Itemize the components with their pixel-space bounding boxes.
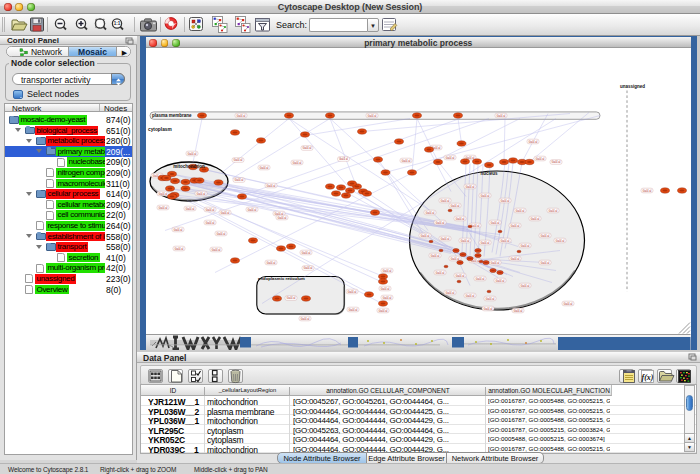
svg-text:Gal4 al: Gal4 al xyxy=(278,216,287,220)
svg-text:Gal4 al: Gal4 al xyxy=(521,244,530,248)
svg-text:Gal4 al: Gal4 al xyxy=(159,192,168,196)
svg-text:Gal4 al: Gal4 al xyxy=(511,257,520,261)
svg-text:Gal4 al: Gal4 al xyxy=(451,204,460,208)
svg-text:plasma membrane: plasma membrane xyxy=(152,113,192,118)
svg-text:f(x): f(x) xyxy=(642,373,654,382)
svg-text:Gal4 al: Gal4 al xyxy=(237,114,246,118)
svg-text:Gal4 al: Gal4 al xyxy=(446,291,455,295)
svg-text:Gal4 al: Gal4 al xyxy=(348,290,357,294)
svg-text:Gal4 al: Gal4 al xyxy=(206,208,215,212)
svg-text:Gal4 al: Gal4 al xyxy=(491,221,500,225)
svg-text:Gal4 al: Gal4 al xyxy=(426,211,435,215)
svg-text:Gal4 al: Gal4 al xyxy=(484,307,493,311)
svg-text:Gal4 al: Gal4 al xyxy=(501,199,510,203)
svg-text:Gal4 al: Gal4 al xyxy=(267,261,276,265)
svg-text:Gal4 al: Gal4 al xyxy=(235,178,244,182)
svg-text:Gal4 al: Gal4 al xyxy=(456,274,465,278)
svg-text:Gal4 al: Gal4 al xyxy=(302,251,311,255)
svg-text:Gal4 al: Gal4 al xyxy=(446,156,455,160)
svg-text:Gal4 al: Gal4 al xyxy=(197,192,206,196)
svg-text:Gal4 al: Gal4 al xyxy=(431,254,440,258)
svg-text:endoplasmic reticulum: endoplasmic reticulum xyxy=(258,276,305,281)
svg-text:mitochondrion: mitochondrion xyxy=(173,164,205,169)
svg-text:Gal4 al: Gal4 al xyxy=(267,184,276,188)
svg-text:Gal4 al: Gal4 al xyxy=(402,159,411,163)
svg-text:Gal4 al: Gal4 al xyxy=(536,157,545,161)
svg-text:Gal4 al: Gal4 al xyxy=(339,157,348,161)
svg-text:Gal4 al: Gal4 al xyxy=(383,269,392,273)
svg-text:Gal4 al: Gal4 al xyxy=(461,239,470,243)
svg-text:Gal4 al: Gal4 al xyxy=(234,158,243,162)
svg-text:Gal4 al: Gal4 al xyxy=(486,297,495,301)
svg-text:Gal4 al: Gal4 al xyxy=(481,194,490,198)
svg-text:Gal4 al: Gal4 al xyxy=(175,247,184,251)
svg-text:Gal4 al: Gal4 al xyxy=(564,302,573,306)
svg-text:Gal4 al: Gal4 al xyxy=(556,239,565,243)
svg-text:Gal4 al: Gal4 al xyxy=(466,185,475,189)
svg-text:Gal4 al: Gal4 al xyxy=(516,209,525,213)
svg-text:Gal4 al: Gal4 al xyxy=(451,257,460,261)
svg-text:Gal4 al: Gal4 al xyxy=(521,284,530,288)
svg-text:Gal4 al: Gal4 al xyxy=(481,241,490,245)
svg-text:Gal4 al: Gal4 al xyxy=(159,206,168,210)
svg-text:Gal4 al: Gal4 al xyxy=(541,261,550,265)
svg-text:Gal4 al: Gal4 al xyxy=(496,279,505,283)
svg-text:Gal4 al: Gal4 al xyxy=(212,248,221,252)
svg-text:Gal4 al: Gal4 al xyxy=(436,271,445,275)
svg-text:Gal4 al: Gal4 al xyxy=(381,287,390,291)
svg-text:cytoplasm: cytoplasm xyxy=(148,127,172,132)
svg-text:Gal4 al: Gal4 al xyxy=(531,217,540,221)
svg-text:Gal4 al: Gal4 al xyxy=(529,140,538,144)
svg-text:Gal4 al: Gal4 al xyxy=(368,114,377,118)
svg-text:Gal4 al: Gal4 al xyxy=(491,261,500,265)
svg-text:Gal4 al: Gal4 al xyxy=(383,296,392,300)
svg-text:Gal4 al: Gal4 al xyxy=(497,114,506,118)
svg-text:Gal4 al: Gal4 al xyxy=(541,234,550,238)
svg-text:Gal4 al: Gal4 al xyxy=(349,308,358,312)
svg-text:Gal4 al: Gal4 al xyxy=(293,161,302,165)
svg-text:Gal4 al: Gal4 al xyxy=(287,296,296,300)
svg-text:Gal4 al: Gal4 al xyxy=(511,224,520,228)
svg-text:Gal4 al: Gal4 al xyxy=(188,152,197,156)
svg-text:Gal4 al: Gal4 al xyxy=(549,209,558,213)
svg-text:Gal4 al: Gal4 al xyxy=(514,309,523,313)
svg-text:Gal4 al: Gal4 al xyxy=(248,208,257,212)
svg-text:Gal4 al: Gal4 al xyxy=(260,166,269,170)
svg-text:Gal4 al: Gal4 al xyxy=(186,207,195,211)
svg-text:Gal4 al: Gal4 al xyxy=(217,232,226,236)
svg-text:Gal4 al: Gal4 al xyxy=(466,294,475,298)
svg-text:Gal4 al: Gal4 al xyxy=(174,228,183,232)
svg-text:Gal4 al: Gal4 al xyxy=(552,160,561,164)
svg-text:Gal4 al: Gal4 al xyxy=(421,234,430,238)
svg-text:1:1: 1:1 xyxy=(114,21,121,26)
svg-text:Gal4 al: Gal4 al xyxy=(436,221,445,225)
svg-text:nucleus: nucleus xyxy=(480,171,498,176)
svg-text:Gal4 al: Gal4 al xyxy=(379,309,388,313)
svg-text:Gal4 al: Gal4 al xyxy=(303,146,312,150)
svg-text:Gal4 al: Gal4 al xyxy=(441,199,450,203)
svg-text:Gal4 al: Gal4 al xyxy=(476,277,485,281)
svg-text:Gal4 al: Gal4 al xyxy=(221,211,230,215)
svg-text:unassigned: unassigned xyxy=(620,84,645,89)
svg-text:Gal4 al: Gal4 al xyxy=(301,317,310,321)
svg-text:Gal4 al: Gal4 al xyxy=(304,266,313,270)
svg-text:Gal4 al: Gal4 al xyxy=(206,221,215,225)
svg-text:Gal4 al: Gal4 al xyxy=(501,239,510,243)
svg-text:Gal4 al: Gal4 al xyxy=(643,189,652,193)
svg-text:Gal4 al: Gal4 al xyxy=(456,217,465,221)
svg-text:Gal4 al: Gal4 al xyxy=(441,237,450,241)
